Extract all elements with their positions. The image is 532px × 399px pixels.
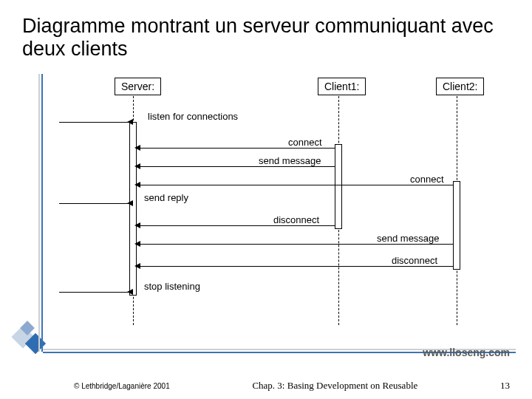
footer-chapter: Chap. 3: Basing Development on Reusable [252,380,417,392]
msg-connect2-arrow [134,182,140,188]
msg-sendmsg2-arrow [134,241,140,247]
msg-listen-line [59,122,129,123]
client2-activation [453,181,460,270]
msg-disconnect2-line [137,266,453,267]
deco-vline-gray [38,74,40,352]
msg-sendmsg1-label: send message [259,155,321,166]
lifeline-server: Server: [115,78,161,95]
lifeline-client2: Client2: [436,78,484,95]
msg-disconnect1-arrow [134,222,140,228]
footer-copyright: © Lethbridge/Laganière 2001 [22,382,170,390]
msg-disconnect1-line [137,225,335,226]
msg-sendmsg1-line [137,166,335,167]
lifeline-client1: Client1: [318,78,366,95]
msg-sendmsg2-label: send message [377,233,440,244]
msg-disconnect2-arrow [134,263,140,269]
slide-footer: © Lethbridge/Laganière 2001 Chap. 3: Bas… [0,380,532,392]
msg-sendreply-arrow [127,200,133,206]
msg-sendreply-label: send reply [144,192,188,203]
msg-connect1-line [137,148,335,149]
msg-connect2-label: connect [410,174,444,185]
msg-disconnect2-label: disconnect [392,255,437,266]
msg-stop-arrow [127,289,133,295]
msg-stop-label: stop listening [144,281,200,292]
slide-title: Diagramme montrant un serveur communiqua… [22,15,532,61]
deco-vline-blue [41,74,43,352]
footer-page: 13 [500,380,510,392]
msg-connect1-arrow [134,145,140,151]
msg-disconnect1-label: disconnect [273,214,319,225]
msg-connect1-label: connect [288,137,322,148]
msg-sendmsg2-line [137,244,453,245]
msg-connect2-line [137,185,453,185]
msg-listen-arrow [127,119,133,125]
client1-activation [335,144,342,229]
msg-sendreply-line [59,203,129,204]
msg-listen-label: listen for connections [148,111,238,122]
msg-stop-line [59,292,129,293]
sequence-diagram: Server: Client1: Client2: listen for con… [44,78,517,336]
msg-sendmsg1-arrow [134,163,140,169]
website-url: www.lloseng.com [423,347,510,358]
